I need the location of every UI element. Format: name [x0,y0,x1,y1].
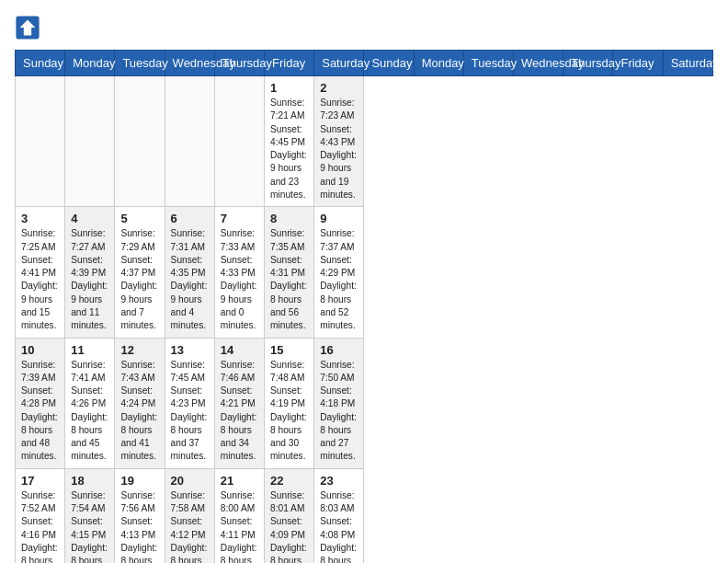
day-info: Sunrise: 7:54 AMSunset: 4:15 PMDaylight:… [71,489,108,563]
calendar-cell: 15Sunrise: 7:48 AMSunset: 4:19 PMDayligh… [265,338,314,468]
header-wednesday: Wednesday [165,51,214,76]
day-number: 1 [270,81,308,95]
day-number: 16 [320,343,358,357]
header-monday: Monday [65,51,115,76]
day-info: Sunrise: 7:45 AMSunset: 4:23 PMDaylight:… [171,359,209,464]
day-number: 17 [21,474,59,488]
calendar-cell [165,76,214,207]
calendar-cell: 23Sunrise: 8:03 AMSunset: 4:08 PMDayligh… [314,468,364,563]
day-info: Sunrise: 7:39 AMSunset: 4:28 PMDaylight:… [21,359,59,464]
day-info: Sunrise: 7:35 AMSunset: 4:31 PMDaylight:… [270,227,308,332]
page-header [15,15,713,40]
calendar-cell: 12Sunrise: 7:43 AMSunset: 4:24 PMDayligh… [115,338,165,468]
day-number: 18 [71,474,108,488]
calendar-cell: 13Sunrise: 7:45 AMSunset: 4:23 PMDayligh… [165,338,214,468]
day-info: Sunrise: 7:43 AMSunset: 4:24 PMDaylight:… [120,359,158,464]
calendar-cell: 16Sunrise: 7:50 AMSunset: 4:18 PMDayligh… [314,338,364,468]
day-info: Sunrise: 8:03 AMSunset: 4:08 PMDaylight:… [320,489,358,563]
calendar-cell: 1Sunrise: 7:21 AMSunset: 4:45 PMDaylight… [265,76,314,207]
day-info: Sunrise: 7:31 AMSunset: 4:35 PMDaylight:… [171,227,209,332]
day-number: 23 [320,474,358,488]
col-header-wednesday: Wednesday [514,51,563,76]
header-sunday: Sunday [16,51,65,76]
calendar-cell: 19Sunrise: 7:56 AMSunset: 4:13 PMDayligh… [115,468,165,563]
calendar-week-2: 3Sunrise: 7:25 AMSunset: 4:41 PMDaylight… [16,207,713,338]
col-header-thursday: Thursday [563,51,613,76]
day-number: 9 [320,212,358,225]
calendar-cell [214,76,264,207]
day-number: 13 [171,343,209,357]
day-info: Sunrise: 7:37 AMSunset: 4:29 PMDaylight:… [320,227,358,332]
header-friday: Friday [265,51,314,76]
col-header-saturday: Saturday [663,51,712,76]
day-info: Sunrise: 7:56 AMSunset: 4:13 PMDaylight:… [120,489,158,563]
calendar-cell: 21Sunrise: 8:00 AMSunset: 4:11 PMDayligh… [214,468,264,563]
calendar-cell: 7Sunrise: 7:33 AMSunset: 4:33 PMDaylight… [214,207,264,338]
day-info: Sunrise: 7:41 AMSunset: 4:26 PMDaylight:… [71,359,108,464]
calendar-cell: 11Sunrise: 7:41 AMSunset: 4:26 PMDayligh… [65,338,115,468]
logo [15,15,42,40]
day-info: Sunrise: 7:21 AMSunset: 4:45 PMDaylight:… [270,97,308,201]
calendar-cell: 6Sunrise: 7:31 AMSunset: 4:35 PMDaylight… [165,207,214,338]
day-number: 3 [21,212,59,225]
day-number: 7 [221,212,258,225]
calendar-cell: 17Sunrise: 7:52 AMSunset: 4:16 PMDayligh… [16,468,65,563]
calendar-cell: 5Sunrise: 7:29 AMSunset: 4:37 PMDaylight… [115,207,165,338]
calendar-week-4: 17Sunrise: 7:52 AMSunset: 4:16 PMDayligh… [16,468,713,563]
calendar-cell: 18Sunrise: 7:54 AMSunset: 4:15 PMDayligh… [65,468,115,563]
col-header-monday: Monday [414,51,463,76]
day-info: Sunrise: 7:48 AMSunset: 4:19 PMDaylight:… [270,359,308,464]
day-info: Sunrise: 8:00 AMSunset: 4:11 PMDaylight:… [221,489,258,563]
calendar-cell: 20Sunrise: 7:58 AMSunset: 4:12 PMDayligh… [165,468,214,563]
day-info: Sunrise: 7:33 AMSunset: 4:33 PMDaylight:… [221,227,258,332]
day-number: 22 [270,474,308,488]
header-tuesday: Tuesday [115,51,165,76]
day-number: 14 [221,343,258,357]
calendar-cell: 22Sunrise: 8:01 AMSunset: 4:09 PMDayligh… [265,468,314,563]
day-info: Sunrise: 7:58 AMSunset: 4:12 PMDaylight:… [171,489,209,563]
calendar-cell [16,76,65,207]
day-number: 6 [171,212,209,225]
day-info: Sunrise: 7:46 AMSunset: 4:21 PMDaylight:… [221,359,258,464]
calendar-cell: 4Sunrise: 7:27 AMSunset: 4:39 PMDaylight… [65,207,115,338]
calendar-cell: 3Sunrise: 7:25 AMSunset: 4:41 PMDaylight… [16,207,65,338]
calendar-cell: 9Sunrise: 7:37 AMSunset: 4:29 PMDaylight… [314,207,364,338]
calendar-header-row: SundayMondayTuesdayWednesdayThursdayFrid… [16,51,713,76]
day-info: Sunrise: 7:27 AMSunset: 4:39 PMDaylight:… [71,227,108,332]
calendar-cell [65,76,115,207]
calendar-cell: 10Sunrise: 7:39 AMSunset: 4:28 PMDayligh… [16,338,65,468]
day-number: 10 [21,343,59,357]
day-number: 12 [120,343,158,357]
header-saturday: Saturday [314,51,364,76]
day-info: Sunrise: 7:25 AMSunset: 4:41 PMDaylight:… [21,227,59,332]
day-info: Sunrise: 7:29 AMSunset: 4:37 PMDaylight:… [120,227,158,332]
day-info: Sunrise: 7:23 AMSunset: 4:43 PMDaylight:… [320,97,358,201]
col-header-friday: Friday [613,51,663,76]
day-number: 21 [221,474,258,488]
calendar-cell: 8Sunrise: 7:35 AMSunset: 4:31 PMDaylight… [265,207,314,338]
day-number: 19 [120,474,158,488]
logo-icon [15,15,40,40]
day-number: 15 [270,343,308,357]
calendar-cell [115,76,165,207]
day-number: 5 [120,212,158,225]
calendar-week-1: 1Sunrise: 7:21 AMSunset: 4:45 PMDaylight… [16,76,713,207]
day-info: Sunrise: 7:52 AMSunset: 4:16 PMDaylight:… [21,489,59,563]
col-header-sunday: Sunday [364,51,414,76]
day-number: 2 [320,81,358,95]
day-number: 8 [270,212,308,225]
day-number: 11 [71,343,108,357]
calendar-cell: 14Sunrise: 7:46 AMSunset: 4:21 PMDayligh… [214,338,264,468]
day-number: 4 [71,212,108,225]
col-header-tuesday: Tuesday [463,51,513,76]
day-info: Sunrise: 8:01 AMSunset: 4:09 PMDaylight:… [270,489,308,563]
calendar-week-3: 10Sunrise: 7:39 AMSunset: 4:28 PMDayligh… [16,338,713,468]
calendar-table: SundayMondayTuesdayWednesdayThursdayFrid… [15,50,713,563]
day-info: Sunrise: 7:50 AMSunset: 4:18 PMDaylight:… [320,359,358,464]
day-number: 20 [171,474,209,488]
header-thursday: Thursday [214,51,264,76]
calendar-cell: 2Sunrise: 7:23 AMSunset: 4:43 PMDaylight… [314,76,364,207]
